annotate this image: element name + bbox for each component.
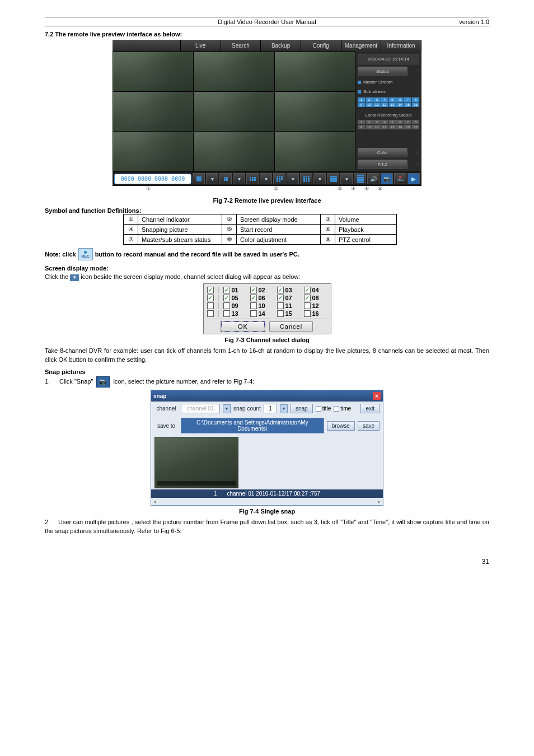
- video-cell[interactable]: [275, 132, 355, 171]
- layout-6-button[interactable]: [246, 173, 259, 184]
- layout-dropdown-13-icon[interactable]: ▾: [340, 173, 353, 184]
- tab-backup[interactable]: Backup: [261, 40, 301, 52]
- video-cell[interactable]: [194, 132, 274, 171]
- snap-preview: [154, 437, 238, 488]
- ch-11-cb[interactable]: [277, 302, 284, 309]
- tab-config[interactable]: Config: [301, 40, 341, 52]
- layout-1-button[interactable]: [193, 173, 205, 184]
- row-select-4[interactable]: [207, 310, 214, 317]
- ch-08-cb[interactable]: [304, 295, 311, 301]
- layout-dropdown-1-icon[interactable]: ▾: [206, 173, 218, 184]
- sym-7-num: ⑦: [124, 235, 138, 245]
- master-stream-row[interactable]: Master Stream: [358, 78, 419, 86]
- rlp-tabs: Live Search Backup Config Management Inf…: [113, 40, 421, 52]
- sym-4-num: ④: [124, 225, 138, 235]
- video-cell[interactable]: [194, 52, 274, 91]
- channel-dropdown-icon[interactable]: ▾: [223, 404, 231, 413]
- ch-15-cb[interactable]: [277, 310, 284, 317]
- local-rec-channel-grid[interactable]: 12345678 910111213141516: [358, 120, 419, 129]
- row-select-2[interactable]: [207, 295, 214, 301]
- sym-1-num: ①: [124, 214, 138, 225]
- volume-button[interactable]: 🔊: [367, 173, 380, 184]
- snapcount-dropdown-icon[interactable]: ▾: [280, 404, 288, 413]
- snap-button[interactable]: 📷: [381, 173, 393, 184]
- tab-search[interactable]: Search: [221, 40, 261, 52]
- video-cell[interactable]: [275, 92, 355, 131]
- ch-02-cb[interactable]: [250, 287, 257, 293]
- row-select-3[interactable]: [207, 302, 214, 309]
- ch-12-cb[interactable]: [304, 302, 311, 309]
- layout-8-button[interactable]: [273, 173, 285, 184]
- title-checkbox[interactable]: [316, 406, 321, 412]
- fig72-bottom-annotations: ① ② ③ ④ ⑤ ⑥: [113, 186, 421, 195]
- time-checkbox[interactable]: [334, 406, 339, 412]
- video-cell[interactable]: [113, 132, 193, 171]
- tab-information[interactable]: Information: [381, 40, 421, 52]
- ch-01-cb[interactable]: [223, 287, 230, 293]
- saveto-path[interactable]: C:\Documents and Settings\Administrator\…: [181, 418, 324, 433]
- symbol-definition-table: ① Channel indicator ② Screen display mod…: [123, 214, 397, 245]
- playback-button[interactable]: ▶: [407, 173, 420, 184]
- ok-button[interactable]: OK: [221, 321, 265, 332]
- record-button[interactable]: REC: [394, 173, 406, 184]
- close-icon[interactable]: ×: [373, 392, 381, 400]
- save-button[interactable]: save: [358, 421, 380, 431]
- header-top-rule: [45, 17, 489, 17]
- browse-button[interactable]: browse: [327, 421, 355, 431]
- layout-4-button[interactable]: [219, 173, 232, 184]
- ch-06-cb[interactable]: [250, 295, 257, 301]
- sub-stream-row[interactable]: Sub-stream: [358, 88, 419, 95]
- layout-dropdown-9-icon[interactable]: ▾: [313, 173, 326, 184]
- ch-03-cb[interactable]: [277, 287, 284, 293]
- layout-9-button[interactable]: [300, 173, 312, 184]
- snap-row-1: channel channel 01 ▾ snap count 1 ▾ snap…: [151, 402, 383, 416]
- sym-3-text: Volume: [335, 214, 397, 225]
- snap-row-2: save to C:\Documents and Settings\Admini…: [151, 416, 383, 436]
- layout-dropdown-4-icon[interactable]: ▾: [233, 173, 245, 184]
- tab-management[interactable]: Management: [341, 40, 382, 52]
- sym-6-text: Playback: [335, 225, 397, 235]
- channel-select[interactable]: channel 01: [181, 404, 220, 413]
- snap-step-2: 2.User can multiple pictures , select th…: [45, 518, 489, 535]
- video-cell[interactable]: [275, 52, 355, 91]
- note-suffix: button to record manual and the record f…: [95, 251, 299, 258]
- ch-16-cb[interactable]: [304, 310, 311, 317]
- layout-dropdown-8-icon[interactable]: ▾: [287, 173, 299, 184]
- layout-13-button[interactable]: [327, 173, 339, 184]
- exit-button[interactable]: exit: [360, 404, 380, 413]
- sym-9-text: PTZ control: [335, 235, 397, 245]
- ch-05-cb[interactable]: [223, 295, 230, 301]
- stream-channel-grid[interactable]: 12345678 910111213141516: [358, 97, 419, 107]
- layout-16-button[interactable]: [354, 173, 366, 184]
- header-bottom-rule: [45, 26, 489, 26]
- ch-14-cb[interactable]: [250, 310, 257, 317]
- callout-7: — ⑦: [410, 69, 419, 74]
- ch-07-cb[interactable]: [277, 295, 284, 301]
- local-rec-status-label: Local Recording Status: [358, 113, 419, 118]
- snapcount-field[interactable]: 1: [264, 404, 277, 413]
- tab-live[interactable]: Live: [181, 40, 221, 52]
- fig-7-2-wrap: Live Search Backup Config Management Inf…: [45, 40, 489, 195]
- snap-action-button[interactable]: snap: [291, 404, 313, 413]
- ptz-chip[interactable]: P.T.Z: [358, 160, 407, 169]
- scroll-right-icon[interactable]: ▸: [378, 498, 381, 505]
- fig-7-3-caption: Fig 7-3 Channel select dialog: [45, 337, 489, 343]
- layout-dropdown-6-icon[interactable]: ▾: [260, 173, 272, 184]
- status-chip[interactable]: Status: [358, 67, 407, 76]
- video-cell[interactable]: [194, 92, 274, 131]
- snapcount-label: snap count: [233, 405, 261, 412]
- fig-7-2-caption: Fig 7-2 Remote live preview interface: [45, 197, 489, 204]
- ch-09-cb[interactable]: [223, 302, 230, 309]
- row-select-1[interactable]: [207, 287, 214, 293]
- sym-3-num: ③: [321, 214, 335, 225]
- ch-13-cb[interactable]: [223, 310, 230, 317]
- para-after-fig73: Take 8-channel DVR for example: user can…: [45, 347, 489, 364]
- scroll-left-icon[interactable]: ◂: [153, 498, 156, 505]
- cancel-button[interactable]: Cancel: [269, 321, 313, 332]
- video-cell[interactable]: [113, 52, 193, 91]
- note-prefix: Note: click: [45, 251, 76, 258]
- video-cell[interactable]: [113, 92, 193, 131]
- color-chip[interactable]: Color: [358, 148, 407, 157]
- ch-04-cb[interactable]: [304, 287, 311, 293]
- ch-10-cb[interactable]: [250, 302, 257, 309]
